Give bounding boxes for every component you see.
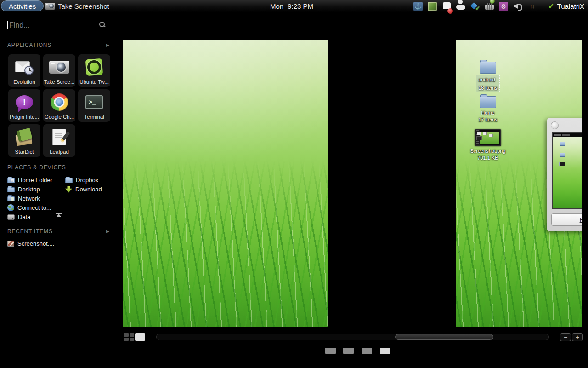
search-input[interactable]: Find... [7,19,107,31]
scrollbar-thumb[interactable] [395,334,493,340]
mini-folder-icon [560,142,565,146]
app-label: Evolution [13,79,35,85]
place-network[interactable]: Network [7,195,40,202]
stardict-icon [14,127,35,147]
linear-view-button[interactable] [135,333,145,341]
screenshot-thumbnail-icon [475,129,501,146]
clock-time: 9:23 PM [288,2,313,10]
app-label: Leafpad [50,149,69,155]
system-tray: ⚓ ✓ ⚙ ↑↓ [413,0,537,12]
desktop-icon-android[interactable]: android 18 items [460,62,515,92]
desktop-icon-details: 18 items [478,85,498,91]
screenshot-preview-image [552,132,582,209]
place-data[interactable]: Data [7,213,30,220]
place-label: Download [75,186,102,193]
network-arrows-icon[interactable]: ↑↓ [527,2,537,11]
folder-icon [480,62,496,74]
activities-button[interactable]: Activities [1,0,44,12]
help-button-label: Help [580,216,582,223]
recent-header: RECENT ITEMS [7,228,53,235]
app-label: StarDict [15,149,34,155]
keyboard-shape [485,5,494,10]
desktop-icon-screenshot-png[interactable]: Screenshot.png 701.1 KB [460,129,515,161]
message-page [443,2,451,9]
evolution-icon [14,58,35,77]
folder-icon [65,178,73,183]
dropbox-icon[interactable]: ✓ [470,2,480,11]
desktop-icon-label: Screenshot.png [470,148,505,155]
search-icon[interactable] [99,22,106,28]
top-bar: Activities Take Screenshot Mon 9:23 PM ⚓… [0,0,588,12]
volume-icon[interactable] [513,2,522,11]
grass-wallpaper [123,161,328,327]
ubuntu-tweak-icon [84,58,105,77]
desktop-icon-label: android [478,77,495,82]
app-tile-take-screenshot[interactable]: Take Scree... [43,54,75,87]
place-label: Network [18,195,40,202]
home-folder-icon: ⌂ [7,178,15,183]
grid-view-button[interactable] [124,333,134,341]
place-connect-to[interactable]: Connect to... [7,204,51,211]
workspace-indicator-3[interactable] [362,348,372,354]
place-download[interactable]: Download [65,185,102,193]
leafpad-icon [49,127,70,147]
recent-item-screenshot[interactable]: Screenshot.... [7,240,54,247]
camera-icon [49,58,70,77]
workspace-indicator-1[interactable] [325,348,336,354]
anchor-icon[interactable]: ⚓ [413,2,423,11]
folder-icon [480,96,496,108]
place-dropbox[interactable]: Dropbox [65,176,98,184]
applications-header: APPLICATIONS [7,42,51,48]
keyboard-indicator-icon[interactable] [485,2,494,11]
app-tile-ubuntu-tweak[interactable]: Ubuntu Tw... [78,54,110,87]
globe-icon [7,204,14,211]
place-home-folder[interactable]: ⌂ Home Folder [7,176,52,184]
clock[interactable]: Mon 9:23 PM [270,0,313,12]
place-desktop[interactable]: Desktop [7,185,40,193]
chrome-icon [49,92,70,112]
user-name: TualatriX [557,2,584,10]
tweak-gear-icon[interactable]: ⚙ [499,2,508,11]
message-dnd-icon[interactable] [442,2,451,11]
desktop-icon-label: Home [481,109,494,116]
selection-outline: android 18 items [476,75,500,92]
help-button[interactable]: Help [551,213,582,226]
stardict-book-icon[interactable] [428,2,437,11]
app-tile-terminal[interactable]: >_ Terminal [78,89,110,122]
workspace-indicator-2[interactable] [343,348,354,354]
screenshot-dialog-window[interactable]: Help [547,118,582,231]
recent-item-label: Screenshot.... [17,240,54,247]
app-tile-pidgin[interactable]: ! Pidgin Inte... [8,89,40,122]
focused-app-label: Take Screenshot [58,2,109,10]
applications-expand-icon[interactable]: ▶ [106,43,109,47]
app-tile-evolution[interactable]: Evolution [8,54,40,87]
app-tile-chrome[interactable]: Google Ch... [43,89,75,122]
place-label: Desktop [18,186,40,193]
app-tile-stardict[interactable]: StarDict [8,124,40,157]
cloud-icon[interactable] [456,2,465,11]
workspace-scrollbar[interactable] [156,334,549,340]
drive-icon [7,214,15,220]
dialog-radio-button[interactable] [551,121,559,129]
place-label: Data [18,213,30,220]
desktop-icon-details: 701.1 KB [477,155,498,161]
place-label: Connect to... [17,204,51,211]
zoom-out-button[interactable]: − [560,333,571,341]
recent-expand-icon[interactable]: ▶ [106,229,109,234]
workspace-indicator-4-active[interactable] [380,348,390,354]
focused-app-menu[interactable]: Take Screenshot [45,0,109,12]
place-label: Home Folder [18,177,52,184]
window-preview-fullscreen[interactable] [123,40,328,327]
folder-icon [7,187,15,192]
zoom-in-button[interactable]: + [572,333,583,341]
app-tile-leafpad[interactable]: Leafpad [43,124,75,157]
text-caret [7,21,8,29]
download-arrow-icon [65,186,72,193]
camera-icon [45,3,55,10]
user-menu[interactable]: ✓ TualatriX [548,0,584,12]
network-folder-icon [7,196,15,201]
dropbox-check: ✓ [475,5,480,12]
workspace-desktop-preview[interactable]: android 18 items Home 17 items Screensho… [456,40,582,327]
pidgin-icon: ! [14,92,35,112]
desktop-icon-home[interactable]: Home 17 items [460,96,515,123]
